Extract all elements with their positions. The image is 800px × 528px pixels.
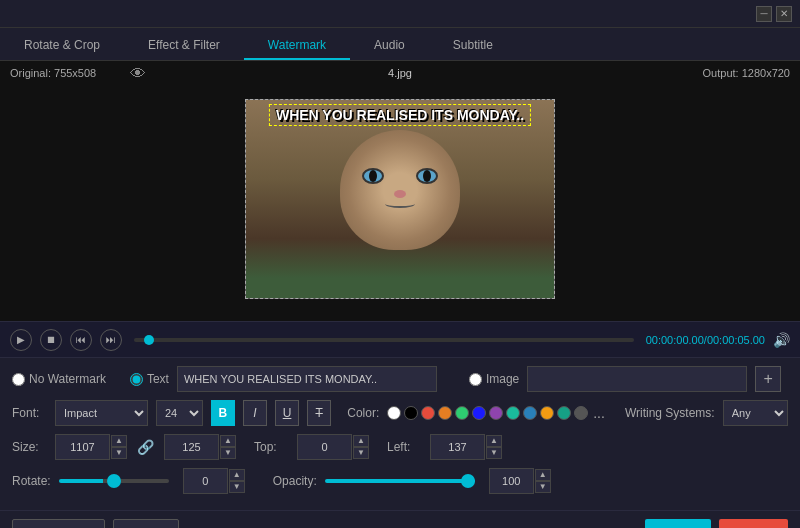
strikethrough-button[interactable]: T [307, 400, 331, 426]
progress-bar[interactable] [134, 338, 634, 342]
top-group: ▲ ▼ [297, 434, 369, 460]
tab-audio[interactable]: Audio [350, 32, 429, 60]
image-watermark-radio[interactable] [469, 373, 482, 386]
height-input[interactable] [164, 434, 219, 460]
more-colors-button[interactable]: ... [593, 405, 605, 421]
cat-eye-right [416, 168, 438, 184]
font-select[interactable]: Impact [55, 400, 148, 426]
width-spinners: ▲ ▼ [111, 435, 127, 459]
ok-button[interactable]: OK [645, 519, 710, 528]
color-swatch-black[interactable] [404, 406, 418, 420]
image-path-input[interactable] [527, 366, 747, 392]
stop-button[interactable]: ⏹ [40, 329, 62, 351]
width-down[interactable]: ▼ [111, 447, 127, 459]
top-input[interactable] [297, 434, 352, 460]
left-down[interactable]: ▼ [486, 447, 502, 459]
minimize-button[interactable]: ─ [756, 6, 772, 22]
time-current: 00:00:00.00 [646, 334, 704, 346]
rotate-input[interactable] [183, 468, 228, 494]
italic-button[interactable]: I [243, 400, 267, 426]
cat-mouth [385, 200, 415, 208]
left-up[interactable]: ▲ [486, 435, 502, 447]
top-down[interactable]: ▼ [353, 447, 369, 459]
prev-button[interactable]: ⏮ [70, 329, 92, 351]
cat-face [340, 130, 460, 250]
height-up[interactable]: ▲ [220, 435, 236, 447]
width-up[interactable]: ▲ [111, 435, 127, 447]
height-spinners: ▲ ▼ [220, 435, 236, 459]
rotate-opacity-row: Rotate: ▲ ▼ Opacity: ▲ ▼ [12, 468, 788, 494]
image-watermark-option[interactable]: Image [469, 372, 519, 386]
playback-bar: ▶ ⏹ ⏮ ⏭ 00:00:00.00/00:00:05.00 🔊 [0, 321, 800, 357]
volume-icon[interactable]: 🔊 [773, 332, 790, 348]
time-total: 00:00:05.00 [707, 334, 765, 346]
size-row: Size: ▲ ▼ 🔗 ▲ ▼ Top: ▲ ▼ Left: [12, 434, 788, 460]
bold-button[interactable]: B [211, 400, 235, 426]
watermark-text-input[interactable] [177, 366, 437, 392]
color-swatch-white[interactable] [387, 406, 401, 420]
watermark-type-row: No Watermark Text Image + [12, 366, 788, 392]
cat-background: WHEN YOU REALISED ITS MONDAY.. [246, 100, 554, 298]
link-icon[interactable]: 🔗 [137, 439, 154, 455]
text-watermark-option[interactable]: Text [130, 372, 169, 386]
cancel-button[interactable]: Cancel [719, 519, 788, 528]
tab-effect-filter[interactable]: Effect & Filter [124, 32, 244, 60]
preview-image: WHEN YOU REALISED ITS MONDAY.. [245, 99, 555, 299]
rotate-down[interactable]: ▼ [229, 481, 245, 493]
tab-bar: Rotate & Crop Effect & Filter Watermark … [0, 28, 800, 61]
time-display: 00:00:00.00/00:00:05.00 [646, 334, 765, 346]
rotate-up[interactable]: ▲ [229, 469, 245, 481]
bottom-bar: Apply to All Reset OK Cancel [0, 510, 800, 528]
rotate-label: Rotate: [12, 474, 51, 488]
cat-head [340, 130, 460, 250]
no-watermark-radio[interactable] [12, 373, 25, 386]
color-swatch-darkgreen[interactable] [557, 406, 571, 420]
color-swatch-red[interactable] [421, 406, 435, 420]
color-swatch-purple[interactable] [489, 406, 503, 420]
close-button[interactable]: ✕ [776, 6, 792, 22]
underline-button[interactable]: U [275, 400, 299, 426]
height-group: ▲ ▼ [164, 434, 236, 460]
color-swatch-green[interactable] [455, 406, 469, 420]
opacity-up[interactable]: ▲ [535, 469, 551, 481]
writing-systems-select[interactable]: Any [723, 400, 788, 426]
opacity-input[interactable] [489, 468, 534, 494]
rotate-value-group: ▲ ▼ [183, 468, 245, 494]
color-swatch-gray[interactable] [574, 406, 588, 420]
tab-rotate-crop[interactable]: Rotate & Crop [0, 32, 124, 60]
left-group: ▲ ▼ [430, 434, 502, 460]
left-spinners: ▲ ▼ [486, 435, 502, 459]
font-size-select[interactable]: 24 [156, 400, 203, 426]
color-swatch-blue[interactable] [472, 406, 486, 420]
preview-filename: 4.jpg [388, 67, 412, 79]
no-watermark-option[interactable]: No Watermark [12, 372, 106, 386]
color-swatch-teal[interactable] [506, 406, 520, 420]
preview-area: Original: 755x508 👁 4.jpg Output: 1280x7… [0, 61, 800, 321]
output-resolution: Output: 1280x720 [703, 67, 790, 79]
reset-button[interactable]: Reset [113, 519, 178, 528]
opacity-slider[interactable] [325, 479, 475, 483]
opacity-down[interactable]: ▼ [535, 481, 551, 493]
text-watermark-radio[interactable] [130, 373, 143, 386]
opacity-spinners: ▲ ▼ [535, 469, 551, 493]
play-button[interactable]: ▶ [10, 329, 32, 351]
color-swatch-lightblue[interactable] [523, 406, 537, 420]
cat-eye-left [362, 168, 384, 184]
progress-handle[interactable] [144, 335, 154, 345]
next-button[interactable]: ⏭ [100, 329, 122, 351]
eye-icon[interactable]: 👁 [130, 65, 146, 83]
tab-subtitle[interactable]: Subtitle [429, 32, 517, 60]
size-label: Size: [12, 440, 47, 454]
color-swatch-yellow[interactable] [540, 406, 554, 420]
top-up[interactable]: ▲ [353, 435, 369, 447]
add-image-button[interactable]: + [755, 366, 781, 392]
width-input[interactable] [55, 434, 110, 460]
height-down[interactable]: ▼ [220, 447, 236, 459]
left-input[interactable] [430, 434, 485, 460]
tab-watermark[interactable]: Watermark [244, 32, 350, 60]
apply-all-button[interactable]: Apply to All [12, 519, 105, 528]
rotate-slider[interactable] [59, 479, 169, 483]
color-swatches: ... [387, 405, 605, 421]
color-swatch-orange[interactable] [438, 406, 452, 420]
opacity-label: Opacity: [273, 474, 317, 488]
